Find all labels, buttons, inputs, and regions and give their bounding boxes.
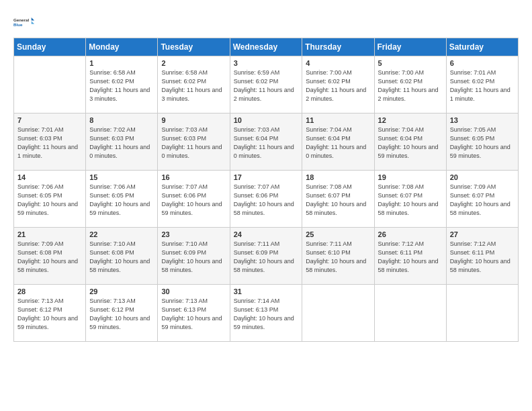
calendar-cell: 5 Sunrise: 7:00 AMSunset: 6:02 PMDayligh… — [374, 56, 446, 113]
day-info: Sunrise: 7:11 AMSunset: 6:10 PMDaylight:… — [306, 240, 370, 275]
day-info: Sunrise: 7:07 AMSunset: 6:06 PMDaylight:… — [161, 183, 226, 218]
day-number: 10 — [234, 116, 299, 124]
calendar-cell: 21 Sunrise: 7:09 AMSunset: 6:08 PMDaylig… — [14, 228, 86, 285]
calendar-cell: 3 Sunrise: 6:59 AMSunset: 6:02 PMDayligh… — [230, 56, 302, 113]
day-info: Sunrise: 7:09 AMSunset: 6:08 PMDaylight:… — [17, 240, 82, 275]
calendar-cell: 22 Sunrise: 7:10 AMSunset: 6:08 PMDaylig… — [86, 228, 158, 285]
column-header-friday: Friday — [374, 38, 446, 56]
day-info: Sunrise: 7:12 AMSunset: 6:11 PMDaylight:… — [450, 240, 515, 275]
calendar-cell: 1 Sunrise: 6:58 AMSunset: 6:02 PMDayligh… — [86, 56, 158, 113]
day-info: Sunrise: 7:13 AMSunset: 6:13 PMDaylight:… — [161, 297, 226, 332]
day-number: 24 — [234, 230, 299, 238]
calendar-cell: 28 Sunrise: 7:13 AMSunset: 6:12 PMDaylig… — [14, 285, 86, 342]
day-info: Sunrise: 7:12 AMSunset: 6:11 PMDaylight:… — [378, 240, 443, 275]
day-number: 6 — [450, 59, 515, 67]
day-info: Sunrise: 7:00 AMSunset: 6:02 PMDaylight:… — [306, 68, 370, 103]
calendar-week-2: 7 Sunrise: 7:01 AMSunset: 6:03 PMDayligh… — [14, 113, 519, 171]
svg-marker-3 — [32, 21, 34, 24]
calendar-cell: 4 Sunrise: 7:00 AMSunset: 6:02 PMDayligh… — [302, 56, 374, 113]
day-number: 8 — [89, 116, 154, 124]
calendar-cell: 29 Sunrise: 7:13 AMSunset: 6:12 PMDaylig… — [86, 285, 158, 342]
day-info: Sunrise: 7:00 AMSunset: 6:02 PMDaylight:… — [378, 68, 443, 103]
column-header-saturday: Saturday — [446, 38, 518, 56]
calendar-week-3: 14 Sunrise: 7:06 AMSunset: 6:05 PMDaylig… — [14, 171, 519, 228]
svg-marker-2 — [32, 17, 34, 20]
day-info: Sunrise: 7:10 AMSunset: 6:08 PMDaylight:… — [89, 240, 154, 275]
day-info: Sunrise: 7:09 AMSunset: 6:07 PMDaylight:… — [450, 183, 515, 218]
day-number: 26 — [378, 230, 443, 238]
day-number: 5 — [378, 59, 443, 67]
column-header-wednesday: Wednesday — [230, 38, 302, 56]
day-info: Sunrise: 7:08 AMSunset: 6:07 PMDaylight:… — [378, 183, 443, 218]
day-number: 4 — [306, 59, 370, 67]
calendar-cell: 19 Sunrise: 7:08 AMSunset: 6:07 PMDaylig… — [374, 171, 446, 228]
svg-text:General: General — [13, 17, 29, 22]
day-number: 17 — [234, 173, 299, 181]
calendar-week-4: 21 Sunrise: 7:09 AMSunset: 6:08 PMDaylig… — [14, 228, 519, 285]
day-number: 7 — [17, 116, 82, 124]
day-number: 18 — [306, 173, 370, 181]
day-info: Sunrise: 7:04 AMSunset: 6:04 PMDaylight:… — [306, 126, 370, 161]
day-number: 27 — [450, 230, 515, 238]
day-number: 2 — [161, 59, 226, 67]
day-number: 30 — [161, 287, 226, 295]
day-number: 9 — [161, 116, 226, 124]
calendar-cell: 27 Sunrise: 7:12 AMSunset: 6:11 PMDaylig… — [446, 228, 518, 285]
column-header-thursday: Thursday — [302, 38, 374, 56]
calendar-cell: 26 Sunrise: 7:12 AMSunset: 6:11 PMDaylig… — [374, 228, 446, 285]
day-info: Sunrise: 7:13 AMSunset: 6:12 PMDaylight:… — [89, 297, 154, 332]
day-number: 19 — [378, 173, 443, 181]
day-number: 14 — [17, 173, 82, 181]
calendar-cell: 10 Sunrise: 7:03 AMSunset: 6:04 PMDaylig… — [230, 113, 302, 171]
calendar-cell — [14, 56, 86, 113]
calendar-cell: 18 Sunrise: 7:08 AMSunset: 6:07 PMDaylig… — [302, 171, 374, 228]
day-number: 15 — [89, 173, 154, 181]
day-number: 22 — [89, 230, 154, 238]
calendar-cell: 20 Sunrise: 7:09 AMSunset: 6:07 PMDaylig… — [446, 171, 518, 228]
calendar-cell: 14 Sunrise: 7:06 AMSunset: 6:05 PMDaylig… — [14, 171, 86, 228]
day-info: Sunrise: 7:01 AMSunset: 6:02 PMDaylight:… — [450, 68, 515, 103]
day-info: Sunrise: 7:03 AMSunset: 6:03 PMDaylight:… — [161, 126, 226, 161]
calendar-cell: 16 Sunrise: 7:07 AMSunset: 6:06 PMDaylig… — [158, 171, 230, 228]
logo: GeneralBlue — [13, 13, 35, 32]
calendar-cell: 8 Sunrise: 7:02 AMSunset: 6:03 PMDayligh… — [86, 113, 158, 171]
calendar-week-5: 28 Sunrise: 7:13 AMSunset: 6:12 PMDaylig… — [14, 285, 519, 342]
calendar-cell: 6 Sunrise: 7:01 AMSunset: 6:02 PMDayligh… — [446, 56, 518, 113]
calendar-cell: 30 Sunrise: 7:13 AMSunset: 6:13 PMDaylig… — [158, 285, 230, 342]
day-info: Sunrise: 7:10 AMSunset: 6:09 PMDaylight:… — [161, 240, 226, 275]
calendar-cell: 23 Sunrise: 7:10 AMSunset: 6:09 PMDaylig… — [158, 228, 230, 285]
day-info: Sunrise: 7:03 AMSunset: 6:04 PMDaylight:… — [234, 126, 299, 161]
day-info: Sunrise: 7:01 AMSunset: 6:03 PMDaylight:… — [17, 126, 82, 161]
day-number: 20 — [450, 173, 515, 181]
day-number: 1 — [89, 59, 154, 67]
calendar-cell: 24 Sunrise: 7:11 AMSunset: 6:09 PMDaylig… — [230, 228, 302, 285]
day-info: Sunrise: 7:02 AMSunset: 6:03 PMDaylight:… — [89, 126, 154, 161]
calendar-cell: 9 Sunrise: 7:03 AMSunset: 6:03 PMDayligh… — [158, 113, 230, 171]
page-header: GeneralBlue — [13, 13, 519, 32]
day-info: Sunrise: 7:13 AMSunset: 6:12 PMDaylight:… — [17, 297, 82, 332]
day-number: 3 — [234, 59, 299, 67]
calendar-week-1: 1 Sunrise: 6:58 AMSunset: 6:02 PMDayligh… — [14, 56, 519, 113]
day-number: 31 — [234, 287, 299, 295]
calendar-table: SundayMondayTuesdayWednesdayThursdayFrid… — [13, 38, 519, 342]
day-info: Sunrise: 6:58 AMSunset: 6:02 PMDaylight:… — [161, 68, 226, 103]
day-number: 23 — [161, 230, 226, 238]
day-info: Sunrise: 7:07 AMSunset: 6:06 PMDaylight:… — [234, 183, 299, 218]
day-info: Sunrise: 6:59 AMSunset: 6:02 PMDaylight:… — [234, 68, 299, 103]
calendar-header-row: SundayMondayTuesdayWednesdayThursdayFrid… — [14, 38, 519, 56]
day-info: Sunrise: 7:06 AMSunset: 6:05 PMDaylight:… — [17, 183, 82, 218]
calendar-cell: 13 Sunrise: 7:05 AMSunset: 6:05 PMDaylig… — [446, 113, 518, 171]
day-number: 29 — [89, 287, 154, 295]
day-info: Sunrise: 7:04 AMSunset: 6:04 PMDaylight:… — [378, 126, 443, 161]
day-info: Sunrise: 7:11 AMSunset: 6:09 PMDaylight:… — [234, 240, 299, 275]
column-header-monday: Monday — [86, 38, 158, 56]
calendar-cell: 11 Sunrise: 7:04 AMSunset: 6:04 PMDaylig… — [302, 113, 374, 171]
day-number: 25 — [306, 230, 370, 238]
day-number: 13 — [450, 116, 515, 124]
day-number: 11 — [306, 116, 370, 124]
day-info: Sunrise: 6:58 AMSunset: 6:02 PMDaylight:… — [89, 68, 154, 103]
calendar-cell: 25 Sunrise: 7:11 AMSunset: 6:10 PMDaylig… — [302, 228, 374, 285]
day-number: 12 — [378, 116, 443, 124]
column-header-sunday: Sunday — [14, 38, 86, 56]
day-info: Sunrise: 7:08 AMSunset: 6:07 PMDaylight:… — [306, 183, 370, 218]
